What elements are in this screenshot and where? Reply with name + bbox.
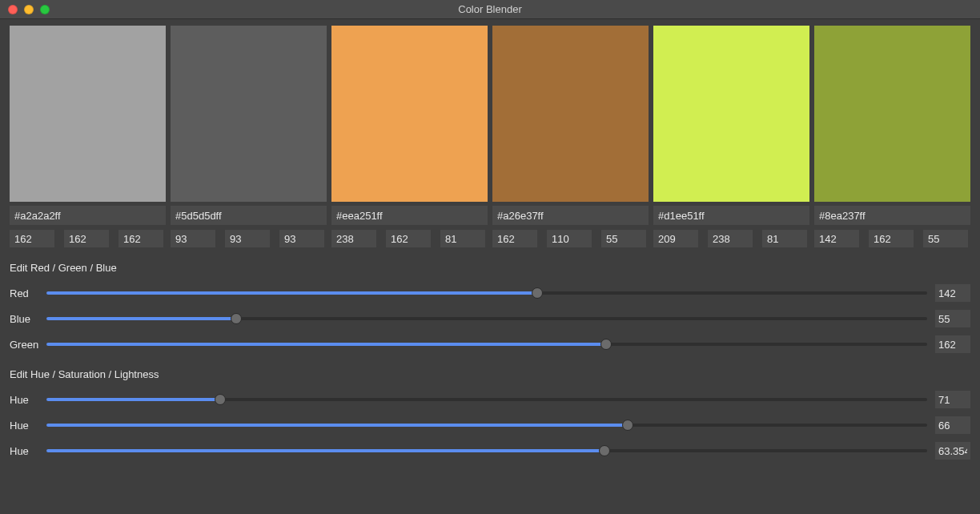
- color-swatch[interactable]: [653, 26, 809, 202]
- section-label-hsl: Edit Hue / Saturation / Lightness: [10, 368, 970, 380]
- r-input[interactable]: [331, 230, 376, 247]
- rgb-slider-row: Blue: [10, 309, 970, 328]
- swatch-column: [492, 26, 649, 247]
- slider-fill: [46, 398, 220, 401]
- slider-thumb[interactable]: [231, 313, 242, 324]
- slider-fill: [46, 449, 604, 452]
- slider[interactable]: [46, 444, 927, 457]
- titlebar: Color Blender: [0, 0, 980, 19]
- g-input[interactable]: [225, 230, 270, 247]
- hex-input[interactable]: [653, 206, 809, 225]
- b-input[interactable]: [762, 230, 807, 247]
- b-input[interactable]: [440, 230, 485, 247]
- slider-label: Blue: [10, 313, 46, 325]
- slider-thumb[interactable]: [622, 420, 633, 431]
- slider-thumb[interactable]: [532, 287, 543, 299]
- b-input[interactable]: [601, 230, 646, 247]
- b-input[interactable]: [118, 230, 163, 247]
- slider-value-input[interactable]: [935, 335, 970, 353]
- slider-label: Hue: [10, 420, 46, 432]
- rgb-row: [814, 230, 970, 247]
- swatch-column: [331, 26, 488, 247]
- b-input[interactable]: [923, 230, 968, 247]
- g-input[interactable]: [386, 230, 431, 247]
- slider-value-input[interactable]: [935, 416, 970, 434]
- rgb-row: [10, 230, 166, 247]
- color-swatch[interactable]: [492, 26, 649, 202]
- hsl-sliders: HueHueHue: [10, 390, 970, 460]
- swatch-column: [171, 26, 327, 247]
- rgb-row: [492, 230, 649, 247]
- slider-label: Hue: [10, 394, 46, 406]
- slider-label: Red: [10, 287, 46, 299]
- hex-input[interactable]: [331, 206, 488, 225]
- swatch-column: [653, 26, 809, 247]
- g-input[interactable]: [869, 230, 914, 247]
- rgb-slider-row: Red: [10, 283, 970, 303]
- slider[interactable]: [46, 287, 927, 299]
- b-input[interactable]: [279, 230, 324, 247]
- slider[interactable]: [46, 393, 927, 406]
- rgb-row: [653, 230, 809, 247]
- color-swatch[interactable]: [331, 26, 488, 202]
- slider[interactable]: [46, 419, 927, 432]
- r-input[interactable]: [653, 230, 698, 247]
- slider-label: Green: [10, 339, 46, 351]
- hsl-slider-row: Hue: [10, 416, 970, 435]
- swatch-row: [10, 26, 970, 247]
- content: Edit Red / Green / Blue RedBlueGreen Edi…: [0, 19, 980, 484]
- slider-value-input[interactable]: [935, 310, 970, 327]
- swatch-column: [814, 26, 970, 247]
- color-swatch[interactable]: [814, 26, 970, 202]
- r-input[interactable]: [814, 230, 859, 247]
- slider-fill: [46, 343, 606, 346]
- swatch-column: [10, 26, 166, 247]
- rgb-sliders: RedBlueGreen: [10, 283, 970, 354]
- window-title: Color Blender: [0, 3, 980, 15]
- slider-value-input[interactable]: [935, 391, 970, 408]
- color-swatch[interactable]: [10, 26, 166, 202]
- color-swatch[interactable]: [171, 26, 327, 202]
- hex-input[interactable]: [492, 206, 649, 225]
- g-input[interactable]: [708, 230, 753, 247]
- rgb-row: [171, 230, 327, 247]
- hex-input[interactable]: [814, 206, 970, 225]
- slider[interactable]: [46, 312, 927, 325]
- rgb-slider-row: Green: [10, 335, 970, 354]
- r-input[interactable]: [492, 230, 537, 247]
- slider-value-input[interactable]: [935, 284, 970, 302]
- hex-input[interactable]: [171, 206, 327, 225]
- slider-fill: [46, 291, 537, 295]
- section-label-rgb: Edit Red / Green / Blue: [10, 262, 970, 274]
- slider[interactable]: [46, 338, 927, 351]
- slider-thumb[interactable]: [215, 394, 226, 405]
- slider-fill: [46, 317, 236, 320]
- slider-label: Hue: [10, 445, 46, 457]
- r-input[interactable]: [10, 230, 54, 247]
- g-input[interactable]: [547, 230, 592, 247]
- slider-fill: [46, 424, 628, 427]
- r-input[interactable]: [171, 230, 215, 247]
- rgb-row: [331, 230, 488, 247]
- hsl-slider-row: Hue: [10, 390, 970, 409]
- g-input[interactable]: [64, 230, 109, 247]
- hex-input[interactable]: [10, 206, 166, 225]
- hsl-slider-row: Hue: [10, 441, 970, 460]
- slider-value-input[interactable]: [935, 442, 970, 460]
- slider-thumb[interactable]: [600, 339, 612, 350]
- slider-thumb[interactable]: [599, 445, 610, 456]
